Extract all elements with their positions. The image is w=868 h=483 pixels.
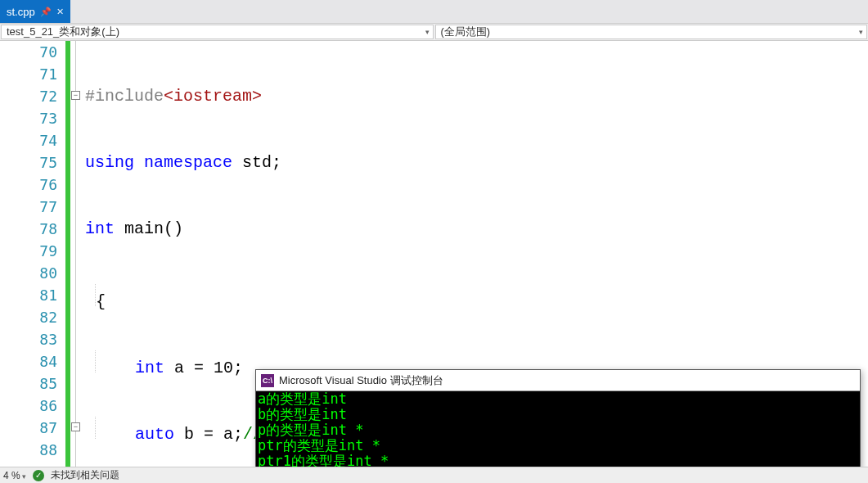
line-number: 87 (0, 417, 65, 439)
kw-using: using (85, 153, 134, 172)
line-number: 86 (0, 395, 65, 417)
kw-namespace: namespace (144, 153, 232, 172)
status-bar: 4 % ✓ 未找到相关问题 (0, 467, 868, 483)
console-titlebar[interactable]: C:\ Microsoft Visual Studio 调试控制台 (256, 370, 860, 391)
line-number-gutter: 70717273747576777879808182838485868788 (0, 41, 65, 467)
id-std: std (242, 153, 272, 172)
kw-auto: auto (135, 425, 174, 444)
line-number: 79 (0, 240, 65, 262)
console-line: ptr的类型是int * (258, 438, 858, 454)
line-number: 84 (0, 350, 65, 372)
console-line: b的类型是int (258, 407, 858, 422)
fn-main: main (124, 219, 164, 238)
semicolon: ; (272, 153, 281, 172)
line-number: 80 (0, 262, 65, 284)
console-output[interactable]: a的类型是int b的类型是int p的类型是int * ptr的类型是int … (256, 391, 860, 469)
line-number: 82 (0, 306, 65, 328)
tab-filename: st.cpp (7, 6, 35, 18)
check-icon[interactable]: ✓ (33, 470, 44, 481)
scope-bar: test_5_21_类和对象(上) (全局范围) (0, 23, 868, 41)
scope-left-label: test_5_21_类和对象(上) (7, 25, 119, 39)
preproc: #include (85, 87, 164, 106)
console-line: p的类型是int * (258, 422, 858, 438)
console-icon: C:\ (261, 374, 274, 387)
console-title-text: Microsoft Visual Studio 调试控制台 (279, 373, 443, 388)
file-tab[interactable]: st.cpp 📌 ✕ (0, 0, 70, 23)
pin-icon[interactable]: 📌 (40, 7, 52, 17)
kw-int: int (135, 359, 164, 377)
console-line: a的类型是int (258, 391, 858, 407)
line-number: 71 (0, 63, 65, 85)
line-number: 77 (0, 196, 65, 218)
line-number: 72 (0, 85, 65, 107)
line-number: 70 (0, 41, 65, 63)
brace-open: { (96, 292, 106, 311)
line-number: 74 (0, 129, 65, 151)
fold-toggle-comment[interactable]: − (71, 422, 80, 431)
fold-column: − − (70, 41, 85, 467)
line-number: 81 (0, 284, 65, 306)
status-message: 未找到相关问题 (51, 468, 119, 482)
debug-console-window[interactable]: C:\ Microsoft Visual Studio 调试控制台 a的类型是i… (255, 369, 861, 469)
fold-toggle-main[interactable]: − (71, 91, 80, 100)
include-path: <iostream> (164, 87, 262, 106)
status-percent-dropdown[interactable]: 4 % (3, 470, 26, 481)
kw-int: int (85, 219, 115, 238)
scope-left-dropdown[interactable]: test_5_21_类和对象(上) (1, 25, 434, 39)
code-text: a = 10; (164, 359, 243, 377)
parens: () (164, 219, 183, 238)
close-icon[interactable]: ✕ (56, 7, 64, 17)
line-number: 78 (0, 218, 65, 240)
line-number: 76 (0, 174, 65, 196)
code-text: b = a; (174, 425, 243, 444)
line-number: 83 (0, 328, 65, 350)
tab-bar: st.cpp 📌 ✕ (0, 0, 868, 23)
line-number: 88 (0, 439, 65, 461)
line-number: 85 (0, 372, 65, 395)
line-number: 73 (0, 107, 65, 129)
scope-right-dropdown[interactable]: (全局范围) (435, 25, 868, 39)
line-number: 75 (0, 151, 65, 174)
scope-right-label: (全局范围) (441, 25, 491, 39)
